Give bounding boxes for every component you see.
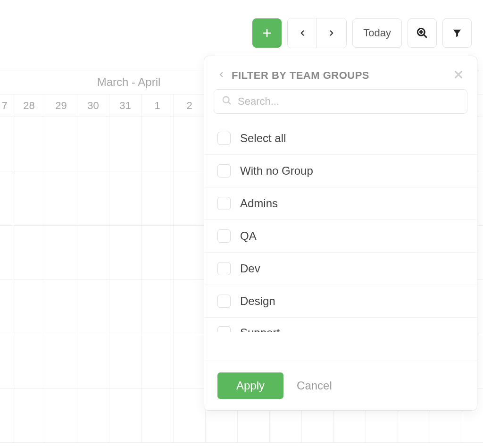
day-header: 30	[77, 94, 109, 117]
calendar-cell[interactable]	[77, 226, 109, 279]
calendar-cell[interactable]	[174, 171, 206, 225]
filter-icon	[452, 28, 462, 38]
calendar-cell[interactable]	[45, 171, 77, 225]
checkbox[interactable]	[217, 229, 231, 243]
popover-title: FILTER BY TEAM GROUPS	[232, 69, 447, 82]
calendar-cell[interactable]	[77, 334, 109, 388]
plus-icon	[262, 28, 272, 38]
option-label: Design	[240, 295, 275, 308]
calendar-cell[interactable]	[109, 334, 142, 388]
calendar-cell[interactable]	[77, 389, 109, 442]
apply-button[interactable]: Apply	[217, 372, 283, 399]
calendar-cell[interactable]	[77, 117, 109, 171]
svg-line-3	[424, 34, 426, 37]
checkbox[interactable]	[217, 326, 231, 332]
filter-option-select-all[interactable]: Select all	[204, 122, 477, 155]
checkbox[interactable]	[217, 164, 231, 178]
calendar-cell[interactable]	[0, 280, 13, 334]
month-label: March - April	[97, 76, 161, 89]
calendar-cell[interactable]	[0, 226, 13, 279]
calendar-cell[interactable]	[142, 334, 174, 388]
chevron-left-icon	[217, 70, 225, 79]
cancel-button[interactable]: Cancel	[297, 379, 332, 392]
nav-group	[287, 18, 347, 48]
calendar-cell[interactable]	[0, 334, 13, 388]
close-button[interactable]	[453, 69, 464, 82]
toolbar: Today	[252, 18, 472, 48]
option-label: Support	[240, 326, 280, 332]
search-wrap	[214, 89, 467, 114]
day-header: 2	[174, 94, 206, 117]
filter-option-no-group[interactable]: With no Group	[204, 155, 477, 187]
checkbox[interactable]	[217, 262, 231, 275]
zoom-button[interactable]	[408, 18, 437, 48]
calendar-cell[interactable]	[0, 389, 13, 442]
calendar-cell[interactable]	[109, 117, 142, 171]
search-box[interactable]	[214, 89, 467, 114]
filter-option-support[interactable]: Support	[204, 318, 477, 332]
zoom-in-icon	[416, 27, 428, 39]
option-label: QA	[240, 229, 257, 243]
next-button[interactable]	[317, 18, 346, 48]
filter-option-dev[interactable]: Dev	[204, 253, 477, 285]
calendar-cell[interactable]	[77, 280, 109, 334]
search-input[interactable]	[238, 95, 459, 108]
filter-option-admins[interactable]: Admins	[204, 187, 477, 220]
day-header: 31	[109, 94, 142, 117]
calendar-cell[interactable]	[109, 280, 142, 334]
calendar-cell[interactable]	[45, 117, 77, 171]
calendar-cell[interactable]	[0, 171, 13, 225]
filter-button[interactable]	[442, 18, 472, 48]
calendar-cell[interactable]	[109, 389, 142, 442]
svg-line-9	[228, 102, 231, 104]
prev-button[interactable]	[288, 18, 317, 48]
chevron-left-icon	[298, 29, 307, 37]
day-header: 1	[142, 94, 174, 117]
calendar-cell[interactable]	[77, 171, 109, 225]
calendar-cell[interactable]	[45, 334, 77, 388]
calendar-cell[interactable]	[142, 226, 174, 279]
calendar-cell[interactable]	[13, 334, 45, 388]
calendar-cell[interactable]	[174, 389, 206, 442]
calendar-cell[interactable]	[45, 280, 77, 334]
calendar-cell[interactable]	[174, 117, 206, 171]
calendar-cell[interactable]	[142, 389, 174, 442]
day-header: 7	[0, 94, 13, 117]
checkbox[interactable]	[217, 132, 231, 145]
calendar-cell[interactable]	[13, 226, 45, 279]
day-header: 29	[45, 94, 77, 117]
calendar-cell[interactable]	[174, 334, 206, 388]
filter-option-qa[interactable]: QA	[204, 220, 477, 253]
add-button[interactable]	[252, 18, 282, 48]
option-label: With no Group	[240, 164, 313, 178]
popover-header: FILTER BY TEAM GROUPS	[204, 56, 477, 89]
calendar-cell[interactable]	[142, 280, 174, 334]
filter-option-design[interactable]: Design	[204, 285, 477, 318]
calendar-cell[interactable]	[109, 171, 142, 225]
calendar-cell[interactable]	[13, 280, 45, 334]
calendar-cell[interactable]	[45, 226, 77, 279]
calendar-cell[interactable]	[13, 117, 45, 171]
calendar-cell[interactable]	[45, 389, 77, 442]
option-label: Admins	[240, 197, 278, 210]
popover-footer: Apply Cancel	[204, 361, 477, 410]
calendar-cell[interactable]	[142, 171, 174, 225]
calendar-cell[interactable]	[174, 226, 206, 279]
calendar-cell[interactable]	[0, 117, 13, 171]
calendar-cell[interactable]	[13, 389, 45, 442]
day-header: 28	[13, 94, 45, 117]
calendar-cell[interactable]	[13, 171, 45, 225]
back-button[interactable]	[217, 70, 225, 81]
option-label: Dev	[240, 262, 260, 275]
today-button[interactable]: Today	[352, 18, 402, 48]
calendar-cell[interactable]	[109, 226, 142, 279]
calendar-cell[interactable]	[142, 117, 174, 171]
checkbox[interactable]	[217, 295, 231, 308]
option-label: Select all	[240, 132, 286, 145]
close-icon	[453, 69, 464, 80]
chevron-right-icon	[327, 29, 336, 37]
checkbox[interactable]	[217, 197, 231, 210]
filter-options: Select all With no Group Admins QA Dev D…	[204, 122, 477, 361]
search-icon	[222, 95, 232, 108]
calendar-cell[interactable]	[174, 280, 206, 334]
